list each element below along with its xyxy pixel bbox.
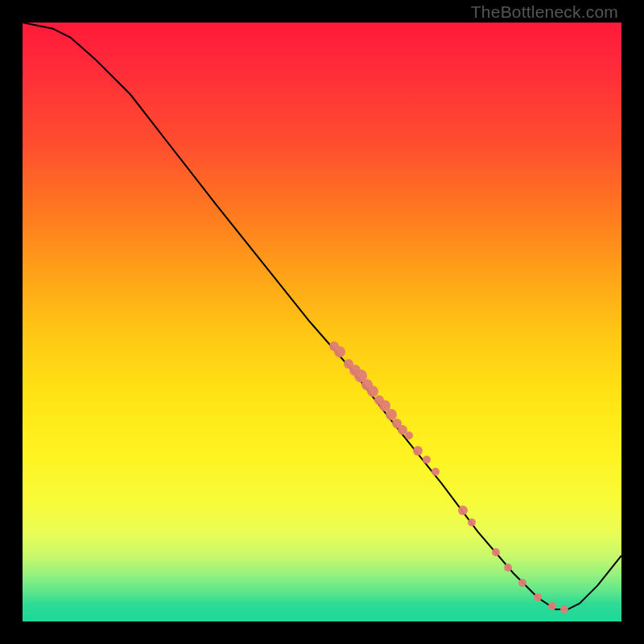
data-point (423, 456, 431, 464)
data-point (405, 431, 413, 440)
data-point (518, 579, 526, 587)
data-point (458, 506, 468, 515)
plot-area (23, 23, 621, 621)
watermark-text: TheBottleneck.com (471, 2, 618, 22)
data-point (534, 593, 542, 601)
chart-frame: TheBottleneck.com (0, 0, 644, 644)
data-point (492, 548, 500, 556)
data-point (334, 346, 345, 357)
data-point (468, 518, 476, 526)
data-point (431, 468, 440, 476)
data-point (413, 446, 423, 456)
data-point (504, 564, 512, 572)
data-point (560, 605, 568, 613)
data-point (548, 602, 556, 610)
line-path (23, 23, 621, 621)
